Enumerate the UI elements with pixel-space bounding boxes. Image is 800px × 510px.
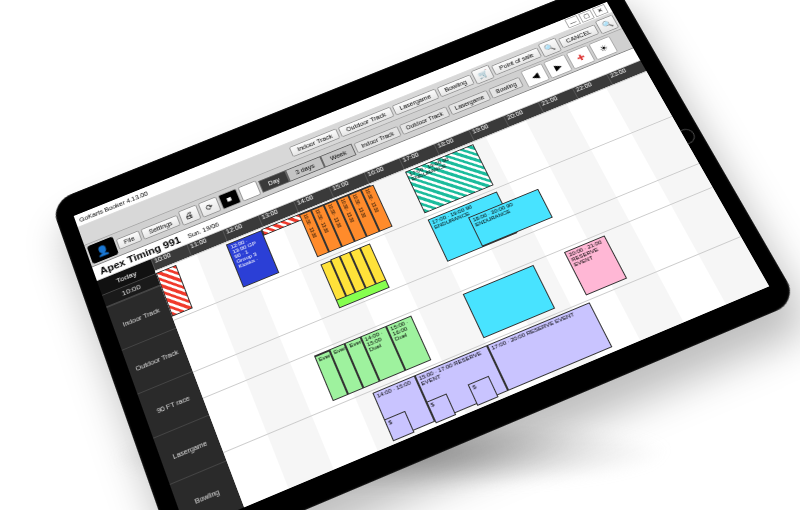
event-price[interactable]: $ bbox=[384, 411, 414, 441]
refresh-icon[interactable]: ⟳ bbox=[197, 197, 221, 218]
stop-icon[interactable]: ■ bbox=[217, 189, 241, 210]
event-duel[interactable]: 14:00 · 15:00 Duel bbox=[360, 326, 406, 382]
event-price[interactable]: $ bbox=[426, 394, 457, 424]
blank-icon[interactable] bbox=[237, 181, 261, 202]
event-reserve[interactable]: 17:00 · 20:00 RESERVE EVENT bbox=[487, 302, 613, 391]
event-block[interactable]: Event bbox=[329, 343, 364, 395]
menu-file[interactable]: File bbox=[116, 230, 143, 250]
event-bowl[interactable]: 14:00 · 15:00 bbox=[372, 376, 434, 440]
event-strip-footer[interactable] bbox=[335, 279, 390, 309]
event-price[interactable]: $ bbox=[468, 376, 499, 406]
event-reserve[interactable]: 20:00 · 21:00 RESERVE EVENT bbox=[564, 235, 627, 295]
event-block[interactable]: 13:00 · 14:00 bbox=[314, 336, 380, 401]
event-reserve[interactable]: 15:00 · 17:00 RESERVE EVENT bbox=[414, 345, 508, 422]
event-block[interactable]: Event bbox=[314, 350, 348, 401]
event-strip[interactable] bbox=[320, 261, 348, 307]
event-gp[interactable]: 12:00 · 13:00 GP 90 · 1 Group 3 Kiosks · bbox=[226, 231, 279, 288]
event-strip[interactable] bbox=[360, 243, 389, 290]
event-block[interactable] bbox=[463, 264, 556, 338]
event-duel[interactable]: 15:00 · 16:00 Duel bbox=[386, 315, 432, 371]
print-icon[interactable]: 🖨 bbox=[177, 205, 201, 226]
event-block[interactable]: Event bbox=[345, 336, 380, 388]
